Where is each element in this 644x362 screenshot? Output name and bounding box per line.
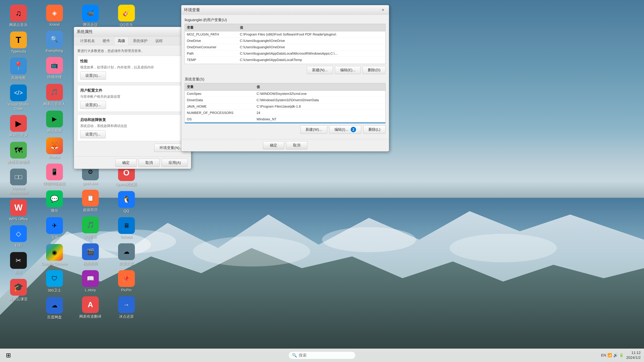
icon-wechat[interactable]: 💬 微信: [40, 189, 70, 215]
user-var-row[interactable]: OneDriveC:\Users\liuguanglei\OneDrive: [185, 38, 386, 44]
performance-section: 性能 视觉效果，处理器计划，内存使用，以及虚拟内存 设置(S)...: [77, 56, 188, 82]
icon-baidu-pan[interactable]: ☁ 百度网盘: [40, 296, 70, 321]
user-var-row[interactable]: OneDriveConsumerC:\Users\liuguanglei\One…: [185, 44, 386, 50]
icon-firefox[interactable]: 🦊 Firefox: [40, 136, 70, 161]
user-vars-label: liuguanglei 的用户变量(U): [185, 17, 386, 22]
sys-edit-button[interactable]: 编辑(I)... 2: [329, 125, 361, 134]
icon-chrome[interactable]: ◉ Google Chrome: [40, 243, 70, 268]
sys-vars-table-container[interactable]: 变量 值 ComSpecC:\WINDOWS\system32\cmd.exeD…: [185, 83, 386, 123]
sys-var-row[interactable]: Path 1C:\Program Files\Java\jdk-1.8\bin;…: [185, 122, 386, 123]
icon-bilibili-pink[interactable]: 📱 哔哩哔哩粉版: [40, 162, 70, 188]
icon-aovie-label: 奥维互动地图: [8, 160, 30, 165]
icon-vmware[interactable]: □□ VMware Workstation: [3, 167, 34, 196]
icon-todesk[interactable]: 🖥 ToDesk: [111, 216, 142, 241]
icon-everything[interactable]: 🔍 Everything: [40, 29, 70, 54]
sys-new-button[interactable]: 新建(W)...: [300, 125, 327, 134]
sys-edit-label: 编辑(I)...: [334, 127, 348, 132]
icon-wangyi-cloud[interactable]: 🎓 网易云课堂: [3, 278, 34, 303]
sys-var-name: NUMBER_OF_PROCESSORS: [185, 110, 254, 116]
user-new-button[interactable]: 新建(N)...: [307, 66, 333, 74]
tab-system-protection[interactable]: 系统保护: [129, 36, 151, 45]
icon-bingdian-label: 冰点还原: [119, 314, 134, 319]
user-var-row[interactable]: TMPC:\Users\liuguanglei\AppData\Local\Te…: [185, 63, 386, 64]
icon-bilibili-pink-label: 哔哩哔哩粉版: [44, 181, 66, 186]
icon-qiyeyunpan-label: 企业云盘: [119, 261, 134, 266]
icon-bilibili[interactable]: 📺 哔哩哔哩: [40, 56, 70, 81]
envvar-ok-button[interactable]: 确定: [263, 141, 284, 149]
sysprop-tabs: 计算机名 硬件 高级 系统保护 远程: [74, 36, 191, 45]
user-delete-button[interactable]: 删除(D): [362, 66, 386, 74]
svg-point-6: [322, 227, 416, 252]
user-vars-col-name: 变量: [185, 24, 238, 31]
icon-qq-music2[interactable]: 🎸 QQ音乐: [111, 3, 142, 29]
search-bar[interactable]: 🔍: [288, 352, 356, 359]
user-var-row[interactable]: PathC:\Users\liuguanglei\AppData\Local\M…: [185, 50, 386, 57]
icon-lstory[interactable]: 📖 L.story: [75, 269, 106, 294]
icon-qq-music-label: QQ音乐: [84, 234, 97, 239]
icon-aovie[interactable]: 🗺 奥维互动地图: [3, 140, 34, 166]
tab-remote[interactable]: 远程: [152, 36, 166, 45]
sys-var-row[interactable]: ComSpecC:\WINDOWS\system32\cmd.exe: [185, 91, 386, 97]
user-var-row[interactable]: TEMPC:\Users\liuguanglei\AppData\Local\T…: [185, 57, 386, 63]
icon-video-edit[interactable]: 🎬 视频剪辑: [75, 242, 106, 268]
userprofile-settings-button[interactable]: 设置(E)...: [80, 101, 106, 109]
startup-settings-button[interactable]: 设置(T)...: [80, 130, 106, 138]
icon-bilibili-label: 哔哩哔哩: [47, 75, 62, 80]
icon-picpin[interactable]: 📌 PicPin: [111, 269, 142, 294]
icon-typora[interactable]: T Typesuta: [3, 30, 34, 55]
tab-advanced[interactable]: 高级: [114, 36, 129, 45]
sysprop-ok-button[interactable]: 确定: [116, 159, 136, 167]
sys-vars-col-name: 变量: [185, 83, 254, 91]
icon-qq[interactable]: 🐧 QQ: [111, 190, 142, 215]
sys-var-row[interactable]: DriverDataC:\Windows\System32\Drivers\Dr…: [185, 97, 386, 103]
taskbar-left: ⊞: [3, 350, 14, 360]
sys-var-row[interactable]: JAVA_HOMEC:\Program Files\Java\jdk-1.8: [185, 103, 386, 110]
sys-tray-icons: EN 📶 🔊 🔋: [601, 353, 624, 358]
sys-var-value: C:\Windows\System32\Drivers\DriverData: [254, 97, 386, 103]
envvar-close-button[interactable]: ✕: [380, 7, 386, 12]
performance-settings-button[interactable]: 设置(S)...: [80, 71, 106, 80]
icon-qq-music[interactable]: 🎵 QQ音乐: [75, 215, 106, 241]
icon-wangyi-cloud-label: 网易云课堂: [9, 297, 28, 302]
userprofile-label: 用户配置文件: [80, 88, 185, 93]
icon-tencent-meeting[interactable]: 📹 腾讯会议: [75, 3, 106, 29]
envvar-cancel-button[interactable]: 取消: [286, 141, 307, 149]
icon-tencent-video[interactable]: ▶ 腾讯视频: [40, 109, 70, 135]
icon-jianying[interactable]: ✂ 剪映: [3, 251, 34, 276]
icon-feishu[interactable]: ✈ 飞书: [40, 216, 70, 241]
sysprop-cancel-button[interactable]: 取消: [138, 159, 160, 167]
icon-360[interactable]: 🛡 360卫士: [40, 269, 70, 294]
user-var-row[interactable]: MOZ_PLUGIN_PATHC:\Program Files (x86)\Fo…: [185, 31, 386, 38]
icon-wangyi-open[interactable]: ▶ 网易公开课: [3, 114, 34, 139]
user-var-value: C:\Users\liuguanglei\AppData\Local\Temp: [238, 63, 386, 64]
user-vars-table-container[interactable]: 变量 值 MOZ_PLUGIN_PATHC:\Program Files (x8…: [185, 24, 386, 64]
sys-var-row[interactable]: NUMBER_OF_PROCESSORS24: [185, 110, 386, 116]
icon-superjianli[interactable]: 📋 超级简历: [75, 188, 106, 214]
icon-wangyi-music-player[interactable]: 🎵 网易云音乐人: [40, 82, 70, 108]
user-var-value: C:\Program Files (x86)\Foxit Software\Fo…: [238, 31, 386, 38]
sys-var-value: C:\WINDOWS\system32\cmd.exe: [254, 91, 386, 97]
icon-cloud-music[interactable]: ♫ 网易云音乐: [3, 3, 34, 29]
start-button[interactable]: ⊞: [3, 350, 14, 360]
icon-xmind[interactable]: ◈ Xmind: [40, 3, 70, 28]
sys-var-row[interactable]: OSWindows_NT: [185, 116, 386, 122]
sys-delete-button[interactable]: 删除(L): [363, 125, 386, 134]
icon-qiyeyunpan[interactable]: ☁ 企业云盘: [111, 242, 142, 268]
icon-jianying-label: 剪映: [15, 270, 22, 275]
icon-dingtalk[interactable]: ◇ 钉钉: [3, 224, 34, 249]
sysprop-apply-button[interactable]: 应用(A): [162, 159, 188, 167]
tab-computer-name[interactable]: 计算机名: [77, 36, 98, 45]
icon-wps[interactable]: W WPS Office: [3, 198, 34, 223]
system-properties-window: 系统属性 ✕ 计算机名 硬件 高级 系统保护 远程 要进行大多数更改，您必须作为…: [74, 27, 191, 169]
tab-hardware[interactable]: 硬件: [99, 36, 114, 45]
icon-youdao[interactable]: A 网易有道翻译: [75, 295, 106, 321]
icon-bingdian[interactable]: → 冰点还原: [111, 295, 142, 321]
icon-wangyi-music-player-label: 网易云音乐人: [44, 102, 66, 107]
icon-dingtalk-label: 钉钉: [15, 243, 22, 248]
icon-vscode[interactable]: </> Visual Studio Code: [3, 83, 34, 112]
icon-amap[interactable]: 📍 高德地图: [3, 56, 34, 82]
taskbar: ⊞ 🔍 EN 📶 🔊 🔋 11:12 2024/1/2: [0, 349, 644, 362]
sys-var-name: ComSpec: [185, 91, 254, 97]
user-edit-button[interactable]: 编辑(E)...: [335, 66, 361, 74]
search-input[interactable]: [299, 353, 352, 358]
